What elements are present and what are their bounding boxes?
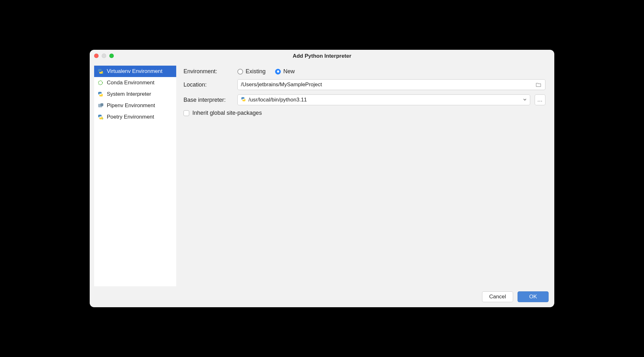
sidebar-item-virtualenv[interactable]: V Virtualenv Environment bbox=[94, 66, 176, 77]
sidebar-item-label: Pipenv Environment bbox=[107, 102, 155, 109]
dialog-window: Add Python Interpreter V Virtualenv Envi… bbox=[90, 50, 554, 307]
interpreter-type-sidebar: V Virtualenv Environment Conda Environme… bbox=[94, 66, 177, 286]
zoom-icon[interactable] bbox=[109, 54, 114, 58]
base-interpreter-value: /usr/local/bin/python3.11 bbox=[248, 97, 520, 103]
browse-interpreter-button[interactable]: ... bbox=[535, 94, 545, 105]
checkbox-off-icon bbox=[184, 110, 189, 116]
location-row: Location: /Users/jetbrains/MySampleProje… bbox=[184, 79, 545, 90]
sidebar-item-label: Virtualenv Environment bbox=[107, 68, 162, 75]
sidebar-item-system[interactable]: System Interpreter bbox=[94, 88, 176, 100]
svg-text:V: V bbox=[102, 72, 104, 74]
location-input[interactable]: /Users/jetbrains/MySampleProject bbox=[237, 79, 545, 90]
ok-button[interactable]: OK bbox=[518, 291, 549, 302]
sidebar-item-poetry[interactable]: V Poetry Environment bbox=[94, 111, 176, 123]
python-v-icon: V bbox=[97, 114, 104, 120]
form-content: Environment: Existing New Location: /Use… bbox=[177, 62, 554, 289]
button-label: Cancel bbox=[489, 294, 506, 300]
checkbox-label: Inherit global site-packages bbox=[192, 110, 262, 116]
sidebar-item-conda[interactable]: Conda Environment bbox=[94, 77, 176, 88]
location-label: Location: bbox=[184, 81, 233, 88]
sidebar-item-label: System Interpreter bbox=[107, 91, 151, 97]
environment-label: Environment: bbox=[184, 68, 233, 75]
base-interpreter-label: Base interpreter: bbox=[184, 97, 233, 103]
radio-new[interactable]: New bbox=[275, 68, 295, 75]
environment-row: Environment: Existing New bbox=[184, 68, 545, 75]
location-value: /Users/jetbrains/MySampleProject bbox=[241, 81, 532, 88]
window-title: Add Python Interpreter bbox=[90, 53, 554, 59]
base-interpreter-row: Base interpreter: /usr/local/bin/python3… bbox=[184, 94, 545, 105]
base-interpreter-select[interactable]: /usr/local/bin/python3.11 bbox=[237, 94, 530, 105]
svg-rect-3 bbox=[100, 103, 103, 106]
inherit-row: Inherit global site-packages bbox=[184, 110, 545, 116]
conda-icon bbox=[97, 80, 104, 86]
ellipsis-icon: ... bbox=[538, 97, 543, 103]
close-icon[interactable] bbox=[94, 54, 99, 58]
radio-on-icon bbox=[275, 69, 281, 75]
inherit-global-checkbox[interactable]: Inherit global site-packages bbox=[184, 110, 262, 116]
browse-folder-icon[interactable] bbox=[535, 81, 542, 88]
button-label: OK bbox=[529, 294, 537, 300]
minimize-icon[interactable] bbox=[102, 54, 106, 58]
sidebar-item-label: Conda Environment bbox=[107, 80, 154, 86]
sidebar-item-label: Poetry Environment bbox=[107, 114, 154, 120]
radio-existing[interactable]: Existing bbox=[237, 68, 266, 75]
pipenv-icon bbox=[97, 102, 104, 109]
radio-label: Existing bbox=[246, 68, 266, 75]
window-controls bbox=[94, 54, 114, 58]
svg-point-1 bbox=[99, 81, 103, 85]
radio-off-icon bbox=[237, 69, 243, 75]
svg-text:V: V bbox=[102, 117, 104, 120]
python-icon bbox=[241, 97, 246, 103]
titlebar: Add Python Interpreter bbox=[90, 50, 554, 62]
cancel-button[interactable]: Cancel bbox=[482, 291, 513, 302]
radio-label: New bbox=[283, 68, 295, 75]
chevron-down-icon bbox=[523, 97, 527, 103]
python-icon bbox=[97, 91, 104, 97]
dialog-footer: Cancel OK bbox=[90, 289, 554, 307]
python-v-icon: V bbox=[97, 68, 104, 75]
sidebar-item-pipenv[interactable]: Pipenv Environment bbox=[94, 100, 176, 111]
